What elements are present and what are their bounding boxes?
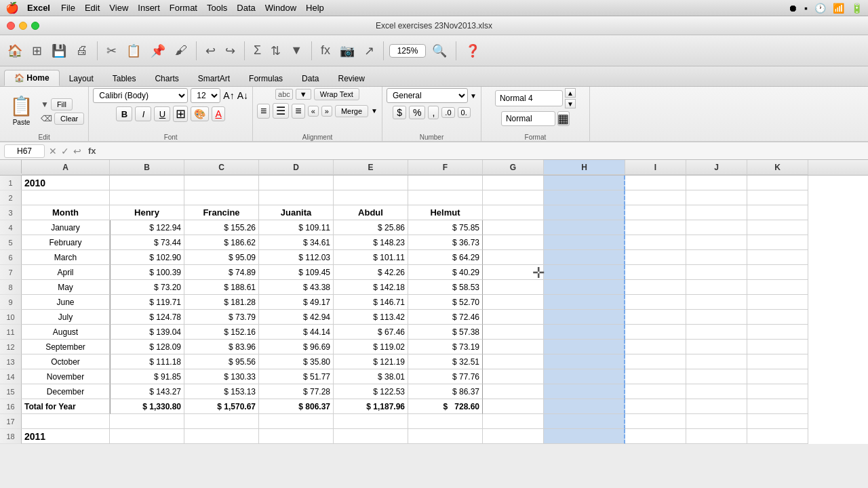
font-name-select[interactable]: Calibri (Body)	[93, 88, 188, 103]
cell-g3[interactable]	[483, 205, 544, 220]
cell-c2[interactable]	[184, 190, 259, 205]
cell-b1[interactable]	[110, 176, 184, 190]
grid-btn[interactable]: ⊞	[28, 41, 45, 60]
cell-g13[interactable]	[483, 354, 544, 369]
confirm-formula-icon[interactable]: ✓	[61, 146, 69, 157]
decimal-decrease-btn[interactable]: 0.	[458, 107, 471, 118]
redo-btn[interactable]: ↪	[222, 41, 239, 60]
cell-e14[interactable]: $ 38.01	[334, 369, 408, 384]
menu-file[interactable]: File	[61, 3, 75, 13]
cell-f6[interactable]: $ 64.29	[408, 250, 483, 265]
cell-i8[interactable]	[625, 280, 686, 295]
cell-a2[interactable]	[22, 190, 110, 205]
decimal-increase-btn[interactable]: .0	[441, 107, 454, 118]
cell-f16[interactable]: $ 728.60	[408, 399, 483, 414]
cell-j5[interactable]	[686, 235, 747, 250]
cell-i18[interactable]	[625, 429, 686, 444]
ref-btn[interactable]: ↗	[361, 41, 378, 60]
indent-increase-btn[interactable]: »	[321, 106, 332, 117]
cell-i15[interactable]	[625, 384, 686, 399]
cell-e18[interactable]	[334, 429, 408, 444]
cell-c15[interactable]: $ 153.13	[184, 384, 259, 399]
cell-d18[interactable]	[259, 429, 334, 444]
cell-f5[interactable]: $ 36.73	[408, 235, 483, 250]
cell-a5[interactable]: February	[22, 235, 110, 250]
cell-h14[interactable]	[544, 369, 625, 384]
cell-d12[interactable]: $ 96.69	[259, 340, 334, 354]
cell-f11[interactable]: $ 57.38	[408, 325, 483, 340]
cell-a13[interactable]: October	[22, 354, 110, 369]
row-header-4[interactable]: 4	[0, 220, 22, 235]
cell-a12[interactable]: September	[22, 340, 110, 354]
align-right-btn[interactable]: ≡	[292, 104, 304, 119]
formula-btn[interactable]: fx	[317, 41, 334, 60]
align-dropdown-btn[interactable]: ▼	[296, 89, 311, 100]
app-name[interactable]: Excel	[27, 3, 50, 13]
cell-i11[interactable]	[625, 325, 686, 340]
col-header-c[interactable]: C	[184, 160, 259, 175]
cell-h6[interactable]	[544, 250, 625, 265]
cell-g15[interactable]	[483, 384, 544, 399]
cell-c11[interactable]: $ 152.16	[184, 325, 259, 340]
col-header-h[interactable]: H	[544, 160, 625, 175]
cell-f14[interactable]: $ 77.76	[408, 369, 483, 384]
col-header-a[interactable]: A	[22, 160, 110, 175]
cell-b15[interactable]: $ 143.27	[110, 384, 184, 399]
style-up-arrow[interactable]: ▲	[565, 88, 576, 98]
print-btn[interactable]: 🖨	[73, 41, 92, 60]
cell-h3[interactable]	[544, 205, 625, 220]
tab-formulas[interactable]: Formulas	[239, 71, 292, 86]
cell-g9[interactable]	[483, 295, 544, 310]
tab-charts[interactable]: Charts	[145, 71, 188, 86]
cell-b10[interactable]: $ 124.78	[110, 310, 184, 325]
cell-g5[interactable]	[483, 235, 544, 250]
cell-j13[interactable]	[686, 354, 747, 369]
align-abc-btn[interactable]: abc	[275, 89, 293, 100]
col-header-g[interactable]: G	[483, 160, 544, 175]
cell-b2[interactable]	[110, 190, 184, 205]
cell-j7[interactable]	[686, 265, 747, 280]
cell-a9[interactable]: June	[22, 295, 110, 310]
cell-a7[interactable]: April	[22, 265, 110, 280]
cell-k1[interactable]	[747, 176, 808, 190]
align-left-btn[interactable]: ≡	[257, 104, 270, 119]
cell-g17[interactable]	[483, 414, 544, 429]
cell-j2[interactable]	[686, 190, 747, 205]
cell-k6[interactable]	[747, 250, 808, 265]
cell-d16[interactable]: $ 806.37	[259, 399, 334, 414]
align-center-btn[interactable]: ☰	[273, 103, 289, 119]
cell-h12[interactable]	[544, 340, 625, 354]
cell-e17[interactable]	[334, 414, 408, 429]
cell-k12[interactable]	[747, 340, 808, 354]
cell-e6[interactable]: $ 101.11	[334, 250, 408, 265]
cell-j3[interactable]	[686, 205, 747, 220]
percent-btn[interactable]: %	[409, 106, 425, 119]
cell-k15[interactable]	[747, 384, 808, 399]
cell-k18[interactable]	[747, 429, 808, 444]
undo-btn[interactable]: ↩	[202, 41, 219, 60]
cell-e5[interactable]: $ 148.23	[334, 235, 408, 250]
cell-f12[interactable]: $ 73.19	[408, 340, 483, 354]
cell-c3[interactable]: Francine	[184, 205, 259, 220]
cell-e12[interactable]: $ 119.02	[334, 340, 408, 354]
cell-h15[interactable]	[544, 384, 625, 399]
cell-c9[interactable]: $ 181.28	[184, 295, 259, 310]
cell-d17[interactable]	[259, 414, 334, 429]
cell-h4[interactable]	[544, 220, 625, 235]
cell-b13[interactable]: $ 111.18	[110, 354, 184, 369]
paste-big-btn[interactable]: 📋 Paste	[4, 92, 39, 129]
cell-i6[interactable]	[625, 250, 686, 265]
cell-f18[interactable]	[408, 429, 483, 444]
number-format-arrow[interactable]: ▼	[470, 92, 477, 100]
cell-g2[interactable]	[483, 190, 544, 205]
cell-d10[interactable]: $ 42.94	[259, 310, 334, 325]
row-header-12[interactable]: 12	[0, 340, 22, 354]
cell-i10[interactable]	[625, 310, 686, 325]
row-header-8[interactable]: 8	[0, 280, 22, 295]
row-header-10[interactable]: 10	[0, 310, 22, 325]
row-header-17[interactable]: 17	[0, 414, 22, 429]
col-header-e[interactable]: E	[334, 160, 408, 175]
cell-e7[interactable]: $ 42.26	[334, 265, 408, 280]
cell-f4[interactable]: $ 75.85	[408, 220, 483, 235]
cell-c4[interactable]: $ 155.26	[184, 220, 259, 235]
